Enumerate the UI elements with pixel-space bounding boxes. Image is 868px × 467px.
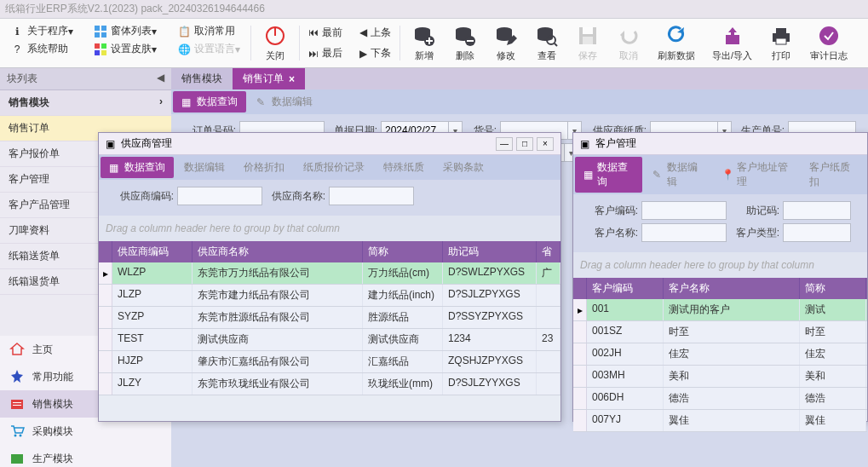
customer-code-input[interactable]	[641, 201, 727, 220]
export-icon	[721, 24, 744, 48]
ribbon: ℹ关于程序 ▾ ?系统帮助 窗体列表 ▾ 设置皮肤 ▾ 📋取消常用 🌐设置语言 …	[0, 19, 868, 68]
col-supplier-name[interactable]: 供应商名称	[193, 241, 363, 262]
help-icon: ?	[10, 43, 24, 56]
table-row[interactable]: SYZP 东莞市胜源纸品有限公司 胜源纸品 D?SSYZPYXGS	[99, 307, 560, 329]
last-button[interactable]: ⏭最后	[307, 44, 344, 62]
supplier-tab-edit[interactable]: 数据编辑	[175, 157, 233, 178]
col-short[interactable]: 简称	[363, 241, 443, 262]
close-button[interactable]: 关闭	[255, 22, 296, 64]
col-customer-code[interactable]: 客户编码	[587, 278, 664, 299]
supplier-icon: ▣	[106, 138, 118, 150]
save-button: 保存	[567, 22, 608, 64]
table-row[interactable]: ▸ 001 测试用的客户 测试	[573, 299, 867, 321]
window-list[interactable]: 窗体列表 ▾	[90, 22, 160, 40]
col-customer-name[interactable]: 客户名称	[664, 278, 800, 299]
customer-name-input[interactable]	[641, 223, 727, 242]
supplier-tab-query[interactable]: ▦数据查询	[101, 157, 174, 178]
about-program[interactable]: ℹ关于程序 ▾	[7, 22, 77, 40]
collapse-icon[interactable]: ◀	[157, 72, 164, 86]
table-row[interactable]: 002JH 佳宏 佳宏	[573, 343, 867, 366]
subtab-query[interactable]: ▦数据查询	[173, 91, 246, 112]
svg-rect-22	[583, 27, 593, 34]
subtab-strip: ▦数据查询 ✎数据编辑	[171, 89, 868, 114]
svg-rect-3	[101, 32, 106, 37]
supplier-tab-paper[interactable]: 纸质报价记录	[295, 157, 373, 178]
svg-point-33	[20, 435, 22, 437]
supplier-code-input[interactable]	[177, 187, 262, 205]
supplier-name-input[interactable]	[329, 187, 414, 205]
table-row[interactable]: JLZY 东莞市玖珑纸业有限公司 玖珑纸业(mm) D?SJLZYYXGS	[99, 373, 560, 395]
svg-rect-5	[101, 43, 106, 49]
table-row[interactable]: 006DH 德浩 德浩	[573, 388, 867, 410]
grid-icon: ▦	[109, 162, 121, 174]
first-icon: ⏮	[308, 26, 319, 38]
cancel-common[interactable]: 📋取消常用	[174, 22, 244, 40]
table-row[interactable]: 003MH 美和 美和	[573, 366, 867, 388]
delete-button[interactable]: 删除	[445, 22, 486, 64]
svg-rect-6	[95, 50, 100, 55]
print-icon	[769, 24, 793, 48]
svg-rect-34	[11, 454, 23, 464]
table-row[interactable]: 001SZ 时至 时至	[573, 321, 867, 343]
close-tab-icon[interactable]: ×	[289, 73, 295, 85]
modify-button[interactable]: 修改	[486, 22, 526, 64]
svg-line-20	[555, 43, 557, 46]
supplier-tab-price[interactable]: 价格折扣	[235, 157, 293, 178]
customer-tab-query[interactable]: ▦数据查询	[575, 157, 642, 193]
close-window-button[interactable]: ×	[537, 137, 554, 151]
home-icon	[9, 341, 26, 358]
maximize-button[interactable]: □	[516, 137, 533, 151]
customer-tab-paper[interactable]: 客户纸质扣	[801, 157, 864, 193]
customer-name-label: 客户名称:	[585, 226, 638, 240]
table-row[interactable]: TEST 测试供应商 测试供应商 1234 23	[99, 329, 560, 351]
save-icon	[576, 24, 600, 48]
customer-type-input[interactable]	[783, 223, 851, 242]
customer-tab-edit[interactable]: ✎数据编辑	[644, 157, 711, 193]
refresh-button[interactable]: 刷新数据	[649, 22, 704, 64]
language-icon: 🌐	[177, 43, 191, 56]
nav-production[interactable]: 生产模块	[0, 445, 171, 467]
col-province[interactable]: 省	[537, 241, 560, 262]
col-supplier-code[interactable]: 供应商编码	[112, 241, 193, 262]
set-skin[interactable]: 设置皮肤 ▾	[90, 40, 160, 58]
view-button[interactable]: 查看	[526, 22, 567, 64]
edit-icon: ✎	[256, 96, 268, 108]
prev-icon: ◀	[359, 26, 367, 38]
supplier-window-title: 供应商管理	[121, 136, 172, 151]
db-edit-icon	[494, 24, 518, 48]
subtab-edit[interactable]: ✎数据编辑	[248, 91, 321, 112]
table-row[interactable]: JLZP 东莞市建力纸品有限公司 建力纸品(inch) D?SJLZPYXGS	[99, 285, 560, 307]
add-button[interactable]: 新增	[404, 22, 445, 64]
customer-code-label: 客户编码:	[585, 204, 638, 218]
db-add-icon	[412, 24, 436, 48]
first-button[interactable]: ⏮最前	[307, 24, 344, 42]
audit-icon	[817, 24, 841, 48]
tab-sales-order[interactable]: 销售订单×	[233, 68, 305, 89]
svg-rect-0	[95, 26, 100, 31]
svg-point-28	[819, 26, 838, 45]
print-button[interactable]: 打印	[761, 22, 802, 64]
audit-button[interactable]: 审计日志	[802, 22, 856, 64]
system-help[interactable]: ?系统帮助	[7, 40, 77, 58]
table-row[interactable]: HJZP 肇庆市汇嘉纸品有限公司 汇嘉纸品 ZQSHJZPYXGS	[99, 351, 560, 373]
supplier-tab-purchase[interactable]: 采购条款	[434, 157, 492, 178]
col-customer-short[interactable]: 简称	[800, 278, 866, 299]
supplier-tab-special[interactable]: 特殊纸质	[375, 157, 433, 178]
minimize-button[interactable]: —	[496, 137, 513, 151]
customer-tab-address[interactable]: 📍客户地址管理	[713, 157, 799, 193]
title-bar: 纸箱行业ERP系统V2.1(2023) pack_202403261946444…	[0, 0, 868, 19]
module-section[interactable]: 销售模块 ›	[0, 90, 171, 116]
customer-icon: ▣	[580, 138, 592, 150]
export-button[interactable]: 导出/导入	[704, 22, 761, 64]
group-hint: Drag a column header here to group by th…	[573, 252, 867, 278]
customer-mnemonic-input[interactable]	[783, 201, 851, 220]
power-icon	[263, 24, 287, 48]
tab-sales-module[interactable]: 销售模块	[171, 68, 233, 89]
next-button[interactable]: ▶下条	[358, 44, 393, 62]
table-row[interactable]: ▸ WLZP 东莞市万力纸品有限公司 万力纸品(cm) D?SWLZPYXGS …	[99, 262, 560, 285]
col-mnemonic[interactable]: 助记码	[443, 241, 537, 262]
prev-button[interactable]: ◀上条	[358, 24, 393, 42]
table-row[interactable]: 007YJ 翼佳 翼佳	[573, 410, 867, 432]
supplier-window: ▣供应商管理 — □ × ▦数据查询 数据编辑 价格折扣 纸质报价记录 特殊纸质…	[98, 132, 561, 422]
customer-window: ▣客户管理 ▦数据查询 ✎数据编辑 📍客户地址管理 客户纸质扣 客户编码: 助记…	[572, 132, 868, 422]
